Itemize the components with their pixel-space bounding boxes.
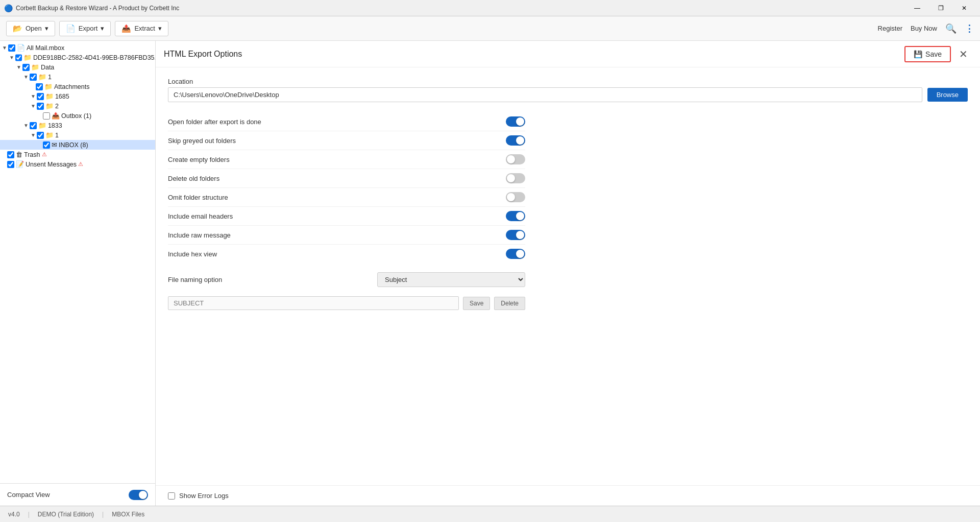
checkbox-1[interactable]: [30, 74, 37, 81]
location-input[interactable]: [168, 87, 922, 102]
buy-now-link[interactable]: Buy Now: [911, 25, 937, 32]
folder-icon: 📁: [38, 73, 46, 81]
register-link[interactable]: Register: [878, 25, 902, 32]
tree-item-inbox[interactable]: ▶ ✉ INBOX (8): [0, 140, 155, 150]
content-area: HTML Export Options 💾 Save ✕ Location Br…: [156, 41, 980, 506]
inbox-icon: ✉: [52, 141, 57, 149]
show-error-checkbox[interactable]: [168, 492, 175, 500]
tree-item-unsent[interactable]: ▶ 📝 Unsent Messages ⚠: [0, 159, 155, 169]
save-header-button[interactable]: 💾 Save: [904, 46, 951, 62]
subject-save-button[interactable]: Save: [463, 297, 490, 310]
tree-item-trash[interactable]: ▶ 🗑 Trash ⚠: [0, 150, 155, 159]
tree-item-1-sub[interactable]: ▼ 📁 1: [0, 130, 155, 140]
menu-icon[interactable]: ⋮: [965, 23, 974, 34]
checkbox-unsent[interactable]: [7, 161, 14, 168]
checkbox-1833[interactable]: [30, 122, 37, 129]
checkbox-1-sub[interactable]: [37, 132, 44, 139]
open-button[interactable]: 📂 Open ▾: [6, 21, 55, 36]
arrow-icon[interactable]: ▼: [9, 55, 14, 60]
folder-icon: 📄: [17, 44, 25, 52]
file-type-text: MBOX Files: [112, 511, 144, 518]
trash-badge: ⚠: [42, 151, 47, 158]
arrow-icon[interactable]: ▶: [31, 84, 35, 89]
version-text: v4.0: [8, 511, 20, 518]
toggle-knob: [139, 491, 147, 499]
tree-item-1685[interactable]: ▼ 📁 1685: [0, 91, 155, 101]
create-empty-toggle[interactable]: [506, 154, 525, 164]
show-error-label[interactable]: Show Error Logs: [179, 492, 229, 500]
file-naming-select[interactable]: Subject Date From To: [377, 272, 525, 287]
restore-button[interactable]: ❐: [929, 0, 952, 16]
location-label: Location: [168, 78, 968, 85]
checkbox-all-mail[interactable]: [8, 44, 15, 52]
arrow-icon[interactable]: ▼: [31, 93, 36, 99]
checkbox-trash[interactable]: [7, 151, 14, 158]
extract-chevron-icon: ▾: [158, 25, 162, 32]
options-panel: Location Browse Open folder after export…: [156, 67, 980, 485]
compact-view-toggle[interactable]: [129, 490, 148, 500]
subject-delete-button[interactable]: Delete: [494, 297, 525, 310]
search-icon[interactable]: 🔍: [945, 23, 957, 34]
arrow-icon[interactable]: ▶: [2, 161, 6, 167]
browse-button[interactable]: Browse: [927, 88, 968, 102]
checkbox-data[interactable]: [22, 64, 30, 71]
tree-item-1833[interactable]: ▼ 📁 1833: [0, 121, 155, 130]
arrow-icon[interactable]: ▼: [31, 103, 36, 109]
option-skip-greyed: Skip greyed out folders: [168, 131, 525, 150]
location-row: Browse: [168, 87, 968, 102]
close-button[interactable]: ✕: [952, 0, 976, 16]
folder-icon: 📁: [23, 54, 32, 61]
sep1: |: [28, 511, 30, 518]
hex-view-toggle[interactable]: [506, 249, 525, 259]
checkbox-outbox[interactable]: [43, 112, 50, 120]
checkbox-attachments[interactable]: [36, 83, 43, 90]
raw-message-toggle[interactable]: [506, 230, 525, 240]
file-naming-row: File naming option Subject Date From To: [168, 267, 525, 292]
email-headers-toggle[interactable]: [506, 211, 525, 221]
tree-item-1[interactable]: ▼ 📁 1: [0, 72, 155, 82]
export-icon: 📄: [66, 24, 76, 33]
tree-item-attachments[interactable]: ▶ 📁 Attachments: [0, 82, 155, 91]
option-hex-view: Include hex view: [168, 245, 525, 263]
status-bar: v4.0 | DEMO (Trial Edition) | MBOX Files: [0, 506, 980, 522]
skip-greyed-toggle[interactable]: [506, 135, 525, 146]
arrow-icon[interactable]: ▼: [2, 45, 7, 51]
tree-item-2[interactable]: ▼ 📁 2: [0, 101, 155, 111]
checkbox-2[interactable]: [37, 103, 44, 110]
delete-old-toggle[interactable]: [506, 173, 525, 183]
export-button[interactable]: 📄 Export ▾: [59, 21, 111, 36]
subject-input[interactable]: [168, 296, 459, 310]
toggle-knob: [507, 193, 515, 201]
tree-item-outbox[interactable]: ▶ 📤 Outbox (1): [0, 111, 155, 121]
tree-item-all-mail[interactable]: ▼ 📄 All Mail.mbox: [0, 43, 155, 53]
toggle-knob: [507, 174, 515, 182]
content-header: HTML Export Options 💾 Save ✕: [156, 41, 980, 67]
arrow-icon[interactable]: ▼: [31, 132, 36, 138]
tree-item-data[interactable]: ▼ 📁 Data: [0, 62, 155, 72]
close-panel-button[interactable]: ✕: [955, 46, 972, 62]
sidebar-bottom: Compact View: [0, 483, 155, 506]
open-label: Open: [26, 25, 42, 32]
unsent-badge: ⚠: [78, 161, 83, 168]
option-email-headers: Include email headers: [168, 207, 525, 226]
extract-button[interactable]: 📤 Extract ▾: [115, 21, 168, 36]
tree-item-dde[interactable]: ▼ 📁 DDE918BC-2582-4D41-99EB-B786FBD35...: [0, 53, 155, 62]
checkbox-1685[interactable]: [37, 93, 44, 100]
omit-structure-toggle[interactable]: [506, 192, 525, 202]
folder-icon: 📁: [31, 63, 39, 71]
arrow-icon[interactable]: ▶: [2, 152, 6, 157]
sidebar: ▼ 📄 All Mail.mbox ▼ 📁 DDE918BC-2582-4D41…: [0, 41, 156, 506]
arrow-icon[interactable]: ▼: [16, 64, 21, 70]
panel-title: HTML Export Options: [164, 50, 242, 59]
open-folder-toggle[interactable]: [506, 116, 525, 127]
checkbox-inbox[interactable]: [43, 141, 50, 149]
arrow-icon[interactable]: ▼: [23, 74, 29, 80]
toolbar-left: 📂 Open ▾ 📄 Export ▾ 📤 Extract ▾: [6, 21, 168, 36]
subject-row: Save Delete: [168, 296, 525, 310]
export-chevron-icon: ▾: [101, 25, 104, 32]
minimize-button[interactable]: —: [905, 0, 929, 16]
checkbox-dde[interactable]: [15, 54, 22, 61]
arrow-icon[interactable]: ▼: [23, 123, 29, 128]
arrow-icon[interactable]: ▶: [38, 113, 42, 118]
arrow-icon[interactable]: ▶: [38, 142, 42, 148]
